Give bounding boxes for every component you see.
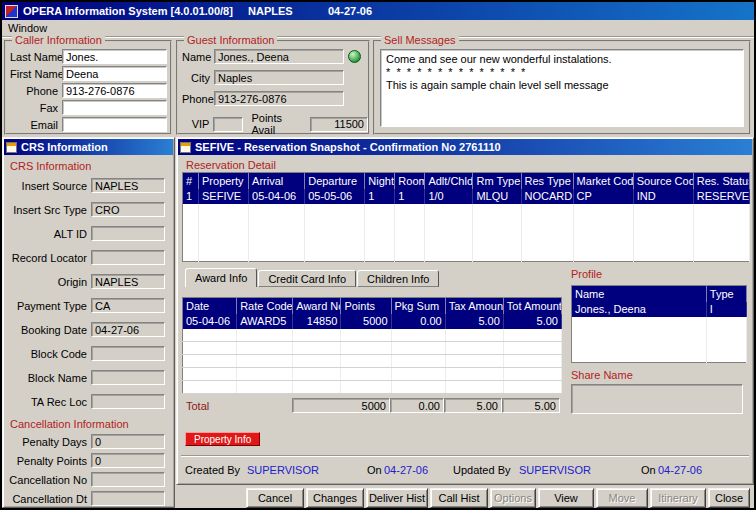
empty-cell	[237, 329, 293, 342]
reservation-row[interactable]: 1 SEFIVE 05-04-06 05-05-06 1 1 1/0 MLQU …	[183, 189, 750, 204]
insert-src-type-label: Insert Src Type	[3, 204, 91, 216]
move-button: Move	[596, 488, 648, 508]
empty-cell	[503, 381, 561, 394]
block-name-label: Block Name	[3, 372, 91, 384]
updated-on-label: On	[641, 464, 656, 476]
empty-cell	[237, 355, 293, 368]
empty-cell	[391, 355, 445, 368]
guest-name-row: Name	[182, 49, 368, 64]
crs-panel-titlebar: CRS Information	[4, 139, 173, 155]
caller-last-name-row: Last Name	[10, 49, 170, 64]
column-header: Arrival	[249, 173, 305, 189]
changes-button[interactable]: Changes	[306, 488, 364, 508]
column-header: Tot Amount	[503, 298, 561, 314]
award-header-row: Date Rate Code Award No Points Pkg Sum T…	[183, 298, 562, 314]
opera-app-window: OPERA Information System [4.0.01.00/8] N…	[0, 0, 756, 510]
total-label: Total	[182, 400, 292, 412]
column-header: Award No	[293, 298, 341, 314]
cancellation-section-title: Cancellation Information	[3, 418, 174, 430]
created-on-label: On	[367, 464, 382, 476]
created-by-value: SUPERVISOR	[247, 464, 319, 476]
itinerary-button: Itinerary	[650, 488, 706, 508]
cell: AWARD5	[237, 314, 293, 329]
empty-cell	[249, 204, 305, 262]
booking-date-label: Booking Date	[3, 324, 91, 336]
updated-on-value: 04-27-06	[658, 464, 702, 476]
empty-cell	[445, 381, 503, 394]
caller-phone-input[interactable]	[62, 83, 167, 98]
total-tot-amount-field	[502, 398, 560, 413]
caller-fax-row: Fax	[10, 100, 170, 115]
total-tax-amount-field	[444, 398, 502, 413]
penalty-points-field	[91, 453, 165, 468]
column-header: Room	[395, 173, 425, 189]
insert-source-label: Insert Source	[3, 180, 91, 192]
column-header: Res. Status	[693, 173, 749, 189]
crs-panel-body: CRS Information Insert Source Insert Src…	[3, 156, 174, 506]
reservation-detail-title: Reservation Detail	[179, 159, 276, 171]
property-info-button[interactable]: Property Info	[185, 432, 260, 446]
globe-icon[interactable]	[348, 50, 361, 63]
cell: NOCARD	[521, 189, 573, 204]
cell: 05-04-06	[183, 314, 237, 329]
tab-children-info[interactable]: Children Info	[357, 270, 439, 287]
first-name-input[interactable]	[62, 66, 167, 81]
ta-rec-loc-label: TA Rec Loc	[3, 396, 91, 408]
last-name-input[interactable]	[62, 49, 167, 64]
column-header: Res Type	[521, 173, 573, 189]
award-row[interactable]: 05-04-06 AWARD5 14850 5000 0.00 5.00 5.0…	[183, 314, 562, 329]
tab-credit-card-info[interactable]: Credit Card Info	[258, 270, 356, 287]
empty-cell	[293, 368, 341, 381]
origin-field	[91, 274, 165, 289]
empty-cell	[293, 329, 341, 342]
crs-fields: Insert Source Insert Src Type ALT ID Rec…	[3, 178, 174, 409]
sell-messages-box: Come and see our new wonderful instalati…	[380, 49, 744, 127]
cell: SEFIVE	[199, 189, 249, 204]
guest-name-label: Name	[182, 51, 214, 63]
reservation-detail-table: # Property Arrival Departure Night Room …	[182, 172, 750, 262]
column-header: Night	[365, 173, 395, 189]
caller-phone-row: Phone	[10, 83, 170, 98]
empty-cell	[183, 381, 237, 394]
first-name-label: First Name	[10, 68, 62, 80]
empty-cell	[341, 368, 391, 381]
fax-input[interactable]	[62, 100, 167, 115]
close-button[interactable]: Close	[708, 488, 750, 508]
cell: MLQU	[473, 189, 521, 204]
city-label: City	[182, 72, 214, 84]
crs-section-title: CRS Information	[3, 160, 174, 172]
deliver-hist-button[interactable]: Deliver Hist	[366, 488, 428, 508]
column-header: Date	[183, 298, 237, 314]
cancellation-no-field	[91, 472, 165, 487]
call-hist-button[interactable]: Call Hist	[430, 488, 488, 508]
guest-name-field	[214, 49, 344, 64]
reservation-header-row: # Property Arrival Departure Night Room …	[183, 173, 750, 189]
guest-city-row: City	[182, 70, 368, 85]
tab-award-info[interactable]: Award Info	[185, 268, 257, 287]
alt-id-field	[91, 226, 165, 241]
empty-cell	[341, 329, 391, 342]
guest-vip-row: VIP Points Avail	[182, 112, 368, 136]
column-header: Type	[706, 286, 746, 302]
empty-row	[183, 355, 562, 368]
snapshot-body: Reservation Detail # Property Arrival De…	[177, 156, 753, 485]
profile-header-row: Name Type	[572, 286, 747, 302]
empty-cell	[425, 204, 473, 262]
empty-cell	[293, 342, 341, 355]
window-title: OPERA Information System [4.0.01.00/8]	[23, 5, 233, 17]
created-by-label: Created By	[185, 464, 240, 476]
cancellation-fields: Penalty Days Penalty Points Cancellation…	[3, 434, 174, 506]
cell: 05-04-06	[249, 189, 305, 204]
cancel-button[interactable]: Cancel	[246, 488, 304, 508]
block-name-field	[91, 370, 165, 385]
empty-rows-area	[572, 317, 747, 363]
created-on-value: 04-27-06	[384, 464, 428, 476]
view-button[interactable]: View	[538, 488, 594, 508]
email-input[interactable]	[62, 117, 167, 132]
profile-row[interactable]: Jones., Deena I	[572, 302, 747, 317]
caller-email-row: Email	[10, 117, 170, 132]
origin-label: Origin	[3, 276, 91, 288]
title-bar: OPERA Information System [4.0.01.00/8] N…	[2, 2, 754, 20]
payment-type-label: Payment Type	[3, 300, 91, 312]
cell: 5.00	[445, 314, 503, 329]
